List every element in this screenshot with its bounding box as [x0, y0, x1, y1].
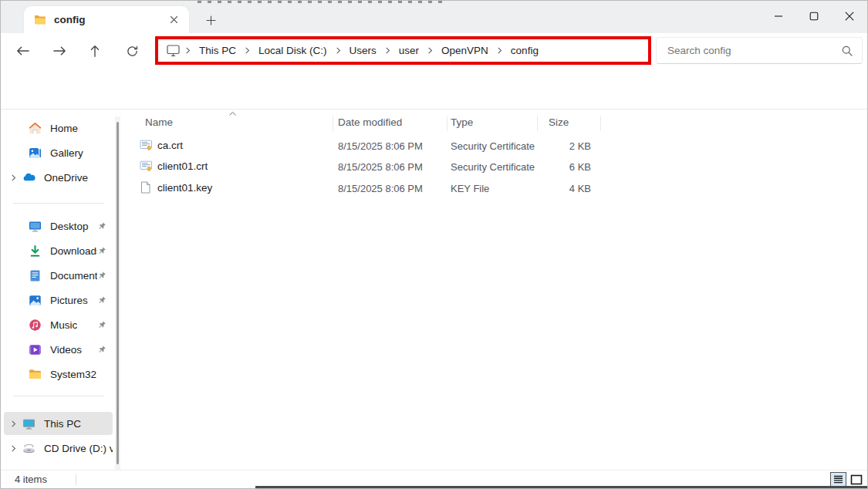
sidebar-item-home[interactable]: Home — [4, 116, 113, 140]
file-row[interactable]: ca.crt 8/15/2025 8:06 PM Security Certif… — [128, 135, 860, 156]
navigation-pane: Home Gallery — [1, 110, 124, 471]
back-button[interactable] — [10, 39, 35, 63]
minimize-icon — [774, 12, 783, 21]
column-header-type[interactable]: Type — [451, 116, 473, 128]
file-row[interactable]: client01.key 8/15/2025 8:06 PM KEY File … — [128, 177, 860, 198]
this-pc-icon — [166, 44, 181, 57]
item-count: 4 items — [15, 474, 47, 485]
breadcrumb-chevron-icon[interactable] — [427, 46, 434, 55]
arrow-up-icon — [89, 44, 101, 58]
cd-drive-icon — [22, 442, 35, 455]
breadcrumb-chevron-icon[interactable] — [335, 46, 342, 55]
breadcrumb-chevron-icon[interactable] — [244, 46, 251, 55]
desktop-icon — [29, 220, 42, 233]
sidebar-item-desktop[interactable]: Desktop — [4, 214, 113, 238]
window-controls — [761, 1, 867, 32]
tab-close-button[interactable] — [164, 11, 183, 29]
breadcrumb-users[interactable]: Users — [343, 42, 383, 59]
close-icon — [170, 15, 178, 24]
close-window-button[interactable] — [832, 1, 867, 32]
maximize-button[interactable] — [796, 1, 832, 32]
file-date-modified: 8/15/2025 8:06 PM — [338, 183, 423, 194]
folder-icon — [34, 14, 46, 26]
sidebar-item-onedrive[interactable]: OneDrive — [4, 166, 113, 189]
details-view-toggle[interactable] — [830, 472, 846, 487]
column-separator[interactable] — [537, 116, 538, 131]
new-tab-button[interactable] — [200, 9, 221, 31]
tab-config[interactable]: config — [24, 6, 189, 33]
pin-icon — [97, 271, 106, 280]
minimize-button[interactable] — [761, 1, 796, 32]
sidebar-divider — [13, 203, 104, 204]
plus-icon — [206, 15, 216, 25]
gallery-icon — [29, 147, 42, 160]
videos-icon — [29, 343, 42, 356]
pin-icon — [97, 295, 106, 305]
onedrive-icon — [22, 171, 35, 184]
refresh-icon — [126, 45, 139, 58]
sidebar-scrollbar-thumb[interactable] — [117, 122, 119, 464]
file-name: client01.key — [157, 182, 212, 194]
music-icon — [29, 319, 42, 332]
column-header-name[interactable]: Name — [145, 116, 173, 128]
sidebar-item-label: Music — [50, 319, 97, 331]
column-separator[interactable] — [447, 116, 448, 131]
sidebar-item-label: Downloads — [50, 245, 97, 257]
sidebar-item-downloads[interactable]: Downloads — [4, 239, 113, 262]
breadcrumb-chevron-icon[interactable] — [384, 46, 391, 55]
search-box[interactable] — [656, 37, 863, 64]
details-view-icon — [833, 475, 843, 484]
sidebar-divider — [13, 396, 104, 396]
breadcrumb-chevron-icon[interactable] — [184, 46, 191, 55]
file-size: 6 KB — [514, 161, 591, 173]
file-name: ca.crt — [157, 140, 183, 151]
breadcrumb-this-pc[interactable]: This PC — [192, 42, 243, 59]
sidebar-item-this-pc[interactable]: This PC — [4, 412, 113, 435]
screen-artifact-top — [198, 1, 444, 3]
sidebar-item-pictures[interactable]: Pictures — [4, 288, 113, 312]
breadcrumb-local-disk-c[interactable]: Local Disk (C:) — [252, 42, 334, 59]
refresh-button[interactable] — [120, 39, 144, 63]
search-icon — [841, 45, 853, 57]
large-icons-view-toggle[interactable] — [849, 473, 863, 486]
column-header-size[interactable]: Size — [549, 116, 569, 128]
address-bar[interactable]: This PC Local Disk (C:) Users user OpenV… — [155, 36, 651, 65]
sidebar-item-label: System32 — [50, 369, 113, 380]
file-list: Name Date modified Type Size — [128, 110, 867, 471]
column-header-date-modified[interactable]: Date modified — [338, 116, 402, 128]
expand-chevron-icon[interactable] — [4, 444, 22, 453]
large-icons-view-icon — [850, 474, 863, 485]
sidebar-item-music[interactable]: Music — [4, 313, 113, 336]
folder-icon — [29, 368, 42, 381]
forward-button[interactable] — [47, 39, 72, 63]
file-row[interactable]: client01.crt 8/15/2025 8:06 PM Security … — [128, 156, 860, 177]
sidebar-item-label: Videos — [50, 344, 97, 356]
file-type: KEY File — [451, 183, 489, 194]
breadcrumb-user[interactable]: user — [392, 42, 426, 59]
sidebar-item-documents[interactable]: Documents — [4, 264, 113, 287]
monitor-icon — [22, 417, 35, 430]
column-separator[interactable] — [600, 116, 601, 131]
breadcrumb-openvpn[interactable]: OpenVPN — [434, 42, 495, 59]
pictures-icon — [29, 294, 42, 307]
sidebar-item-cd-drive-d[interactable]: CD Drive (D:) vir — [4, 437, 113, 460]
sidebar-item-label: Pictures — [50, 295, 97, 306]
sidebar-item-label: Gallery — [50, 147, 113, 159]
arrow-left-icon — [15, 45, 30, 57]
expand-chevron-icon[interactable] — [4, 420, 22, 428]
up-button[interactable] — [83, 39, 107, 63]
breadcrumb-config[interactable]: config — [504, 42, 545, 59]
column-separator[interactable] — [333, 116, 333, 131]
file-date-modified: 8/15/2025 8:06 PM — [338, 140, 423, 152]
breadcrumb-chevron-icon[interactable] — [496, 46, 503, 55]
sidebar-item-gallery[interactable]: Gallery — [4, 141, 113, 164]
file-name: client01.crt — [157, 160, 208, 172]
sidebar-item-system32[interactable]: System32 — [4, 363, 113, 386]
sidebar-item-label: This PC — [44, 418, 113, 430]
home-icon — [29, 122, 42, 135]
sidebar-item-videos[interactable]: Videos — [4, 338, 113, 361]
file-size: 4 KB — [514, 183, 591, 194]
search-input[interactable] — [657, 38, 862, 63]
expand-chevron-icon[interactable] — [4, 174, 22, 182]
sidebar-item-label: Documents — [50, 270, 97, 282]
